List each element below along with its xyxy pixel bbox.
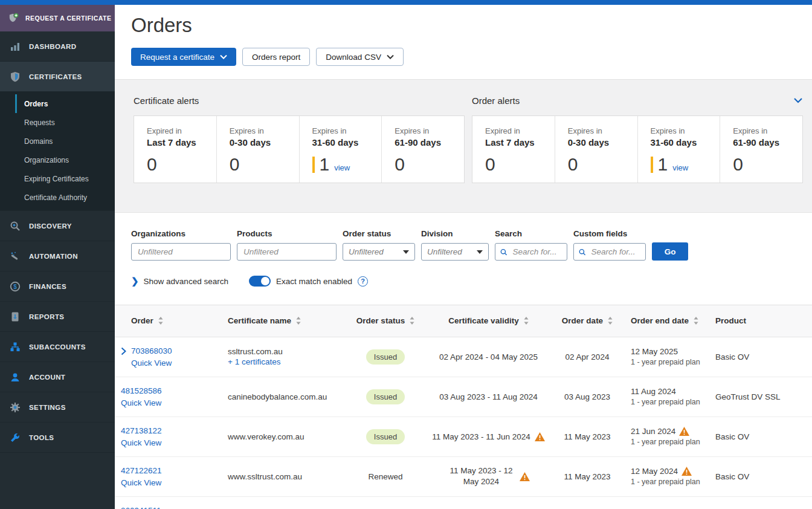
certificate-name: ssltrust.com.au (228, 347, 283, 356)
order-status-select[interactable]: Unfiltered (343, 243, 415, 261)
sidebar-item-requests[interactable]: Requests (0, 113, 115, 132)
alert-cell: Expires in 61-90 days 0 (381, 116, 464, 183)
product-name: GeoTrust DV SSL (715, 392, 781, 401)
order-number-link[interactable]: 427122621 (121, 465, 162, 476)
order-status-badge: Issued (366, 349, 405, 365)
sidebar-item-label: REPORTS (29, 313, 64, 320)
table-row: 703868030Quick Viewssltrust.com.au+ 1 ce… (115, 337, 812, 377)
certificate-validity: 11 May 2023 - 11 Jun 2024 (432, 432, 530, 441)
request-certificate-label: REQUEST A CERTIFICATE (25, 15, 112, 22)
order-alerts-collapse-button[interactable] (793, 97, 803, 103)
sort-icon[interactable] (524, 317, 529, 325)
sidebar-item-reports[interactable]: REPORTS (0, 302, 115, 332)
sort-icon[interactable] (608, 317, 613, 325)
column-header-label: Order status (356, 316, 405, 325)
column-header-label: Order end date (631, 316, 689, 325)
custom-fields-input[interactable] (590, 247, 640, 257)
exact-match-toggle[interactable] (249, 276, 271, 287)
highlight-bar (312, 157, 315, 173)
warning-icon (682, 467, 692, 476)
sidebar-item-dashboard[interactable]: DASHBOARD (0, 31, 115, 62)
order-status-select-value: Unfiltered (349, 247, 384, 256)
sidebar-item-settings[interactable]: SETTINGS (0, 392, 115, 423)
column-header[interactable]: Order end date (626, 305, 710, 337)
sort-icon[interactable] (296, 317, 301, 325)
column-header[interactable]: Order (115, 305, 228, 337)
product-name: Basic OV (715, 472, 749, 481)
sidebar-item-account[interactable]: ACCOUNT (0, 362, 115, 392)
go-button[interactable]: Go (652, 242, 688, 261)
expand-row-icon[interactable] (121, 345, 131, 357)
order-number-link[interactable]: 481528586 (121, 385, 162, 397)
order-alerts-title: Order alerts (472, 96, 520, 106)
alert-count: 0 (733, 155, 743, 174)
sidebar-item-tools[interactable]: TOOLS (0, 423, 115, 453)
shield-plus-icon (8, 13, 19, 24)
table-row: 427122621Quick Viewwww.ssltrust.com.auRe… (115, 456, 812, 496)
sidebar-item-label: ACCOUNT (29, 374, 65, 381)
sidebar-item-domains[interactable]: Domains (0, 132, 115, 151)
sort-icon[interactable] (410, 317, 414, 325)
wrench-icon (10, 432, 21, 443)
sidebar-item-subaccounts[interactable]: SUBACCOUNTS (0, 332, 115, 362)
request-certificate-button[interactable]: Request a certificate (131, 48, 236, 66)
sidebar-item-expiring-certificates[interactable]: Expiring Certificates (0, 169, 115, 188)
page-title: Orders (131, 14, 812, 37)
column-header[interactable]: Product (710, 305, 812, 337)
chevron-right-icon: ❯ (131, 276, 139, 287)
column-header-label: Certificate validity (448, 316, 518, 325)
order-date: 11 May 2023 (564, 472, 610, 481)
alert-cell-prefix: Expires in (312, 126, 382, 135)
order-number-link[interactable]: 427138122 (121, 425, 162, 436)
alert-count: 1 (320, 155, 330, 174)
sidebar-item-orders[interactable]: Orders (15, 94, 115, 113)
additional-certificates-link[interactable]: + 1 certificates (228, 357, 280, 366)
column-header[interactable]: Certificate name (228, 305, 343, 337)
column-header[interactable]: Certificate validity (428, 305, 549, 337)
organizations-input[interactable] (131, 243, 231, 261)
plan-label: 1 - year prepaid plan (631, 478, 710, 486)
sort-icon[interactable] (158, 317, 163, 325)
column-header[interactable]: Order status (343, 305, 428, 337)
sidebar-item-discovery[interactable]: DISCOVERY (0, 211, 115, 241)
sidebar-item-organizations[interactable]: Organizations (0, 151, 115, 169)
caret-down-icon (403, 250, 409, 254)
quick-view-link[interactable]: Quick View (131, 357, 172, 369)
view-link[interactable]: view (334, 163, 350, 172)
orders-report-button-label: Orders report (252, 53, 300, 62)
certificate-alerts-panel: Expired in Last 7 days 0 Expires in 0-30… (134, 115, 465, 183)
quick-view-link[interactable]: Quick View (121, 477, 162, 488)
organizations-filter: Organizations (131, 229, 231, 261)
certificate-validity: 11 May 2023 - 12 May 2024 (448, 465, 515, 487)
alert-count: 0 (485, 155, 495, 174)
sidebar-item-label: SETTINGS (29, 404, 66, 411)
help-icon[interactable]: ? (358, 276, 368, 287)
products-input[interactable] (237, 243, 337, 261)
highlight-bar (651, 157, 653, 173)
sort-icon[interactable] (694, 317, 698, 325)
sidebar-item-automation[interactable]: AUTOMATION (0, 241, 115, 271)
download-csv-button[interactable]: Download CSV (316, 48, 404, 66)
division-select[interactable]: Unfiltered (421, 243, 489, 261)
column-header[interactable]: Order date (549, 305, 626, 337)
order-status-filter: Order status Unfiltered (343, 229, 415, 261)
sidebar-item-certificate-authority[interactable]: Certificate Authority (0, 188, 115, 207)
view-link[interactable]: view (672, 163, 688, 172)
sidebar-item-certificates[interactable]: CERTIFICATES (0, 62, 115, 92)
bar-chart-icon (10, 41, 21, 52)
sidebar-item-finances[interactable]: $ FINANCES (0, 271, 115, 302)
alert-cell-prefix: Expires in (568, 126, 637, 135)
orders-report-button[interactable]: Orders report (242, 48, 310, 66)
order-number-link[interactable]: 360941511 (121, 505, 161, 509)
order-number-link[interactable]: 703868030 (131, 345, 172, 357)
order-status-filter-label: Order status (343, 229, 415, 238)
quick-view-link[interactable]: Quick View (121, 397, 162, 409)
quick-view-link[interactable]: Quick View (121, 437, 162, 449)
show-advanced-search-link[interactable]: Show advanced search (144, 277, 228, 286)
request-certificate-nav-button[interactable]: REQUEST A CERTIFICATE (0, 5, 115, 31)
search-input[interactable] (511, 247, 562, 257)
certificate-name: www.verokey.com.au (228, 432, 304, 441)
person-icon (10, 372, 21, 383)
download-csv-button-label: Download CSV (326, 53, 381, 62)
order-end-date: 12 May 2024 (631, 467, 678, 476)
